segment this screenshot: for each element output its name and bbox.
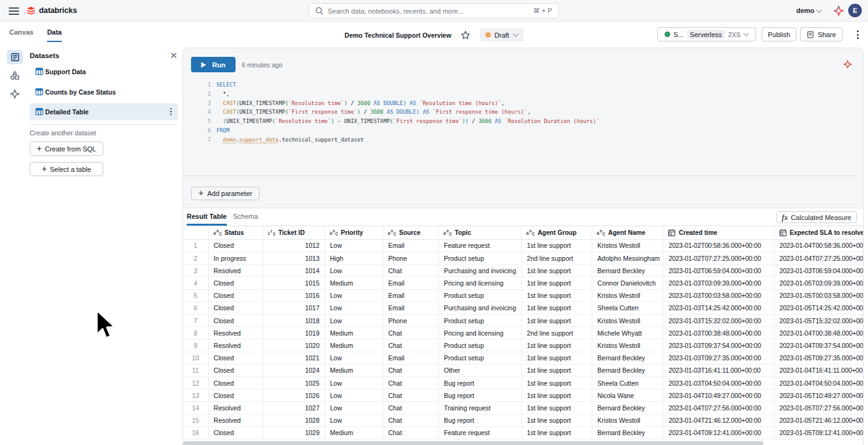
table-cell: 1029 (263, 426, 325, 439)
column-header-ticket-id[interactable]: 123Ticket ID (263, 227, 325, 239)
table-cell: Chat (383, 376, 438, 389)
column-header-agent-name[interactable]: ABCAgent Name (592, 227, 663, 239)
table-cell: Low (325, 376, 383, 389)
select-a-table-button[interactable]: + Select a table (30, 162, 103, 176)
table-row[interactable]: 3Resolved1014LowChatPurchasing and invoi… (183, 265, 863, 277)
table-row[interactable]: 5Closed1016LowEmailProduct setup1st line… (183, 289, 863, 302)
table-row[interactable]: 8Resolved1019MediumChatPricing and licen… (183, 327, 863, 339)
table-row[interactable]: 14Resolved1027LowChatTraining request1st… (183, 402, 863, 414)
table-cell: 2023-01-04T07:27:56.000+00:00 (663, 402, 774, 414)
databricks-logo[interactable]: databricks (27, 6, 77, 15)
table-cell: Chat (383, 265, 438, 277)
table-row[interactable]: 15Resolved1028LowChatBug report1st line … (183, 414, 863, 426)
table-row[interactable]: 9Resolved1020MediumChatProduct setup1st … (183, 339, 863, 352)
table-row[interactable]: 12Closed1025LowChatBug report1st line su… (183, 376, 863, 389)
table-cell: Closed (208, 277, 263, 289)
table-cell: Kristos Westoll (592, 315, 663, 327)
column-header-created-time[interactable]: Created time (663, 227, 774, 239)
table-cell: Chat (383, 426, 438, 439)
table-row[interactable]: 1Closed1012LowEmailFeature request1st li… (183, 239, 863, 252)
table-cell: 2023-01-03T00:03:58.000+00:00 (663, 289, 774, 302)
more-options-kebab[interactable] (853, 30, 862, 40)
avatar[interactable]: E (848, 4, 862, 17)
table-cell: 2023-01-03T16:41:11.000+00:00 (663, 364, 774, 376)
close-panel-icon[interactable]: ✕ (169, 51, 179, 61)
table-cell: Product setup (439, 252, 522, 265)
tab-data[interactable]: Data (47, 28, 62, 42)
favorite-star-icon[interactable] (461, 30, 470, 40)
tab-schema[interactable]: Schema (233, 213, 258, 220)
line-number: 1 (183, 80, 216, 90)
column-header-source[interactable]: ABCSource (383, 227, 438, 239)
table-cell: Bernard Beckley (592, 364, 663, 376)
global-search-input[interactable]: Search data, notebooks, recents, and mor… (308, 3, 559, 19)
table-row[interactable]: 16Closed1029MediumChatFeature request1st… (183, 426, 863, 439)
result-table[interactable]: ABCStatus123Ticket IDABCPriorityABCSourc… (183, 227, 863, 440)
table-cell: Bernard Beckley (592, 426, 663, 439)
column-header-status[interactable]: ABCStatus (208, 227, 263, 239)
hamburger-menu-icon[interactable] (9, 7, 19, 15)
table-cell: Sheela Cutten (592, 302, 663, 314)
publish-button[interactable]: Publish (762, 27, 796, 41)
create-from-sql-button[interactable]: + Create from SQL (30, 142, 103, 156)
table-cell: 2023-01-05T09:12:41.000+00:00 (774, 426, 863, 439)
svg-text:C: C (603, 232, 606, 237)
table-cell: 2023-01-03T04:50:04.000+00:00 (663, 376, 774, 389)
dataset-item-label: Support Data (45, 68, 86, 75)
string-type-icon: ABC (330, 229, 338, 237)
table-cell: Low (325, 414, 383, 426)
column-header-agent-group[interactable]: ABCAgent Group (522, 227, 592, 239)
rail-datasets-icon[interactable] (7, 50, 23, 64)
run-button[interactable]: Run (191, 57, 236, 72)
table-cell: Closed (208, 302, 263, 314)
column-header-priority[interactable]: ABCPriority (325, 227, 383, 239)
tab-result-table[interactable]: Result Table (187, 213, 227, 226)
table-cell: 2023-01-04T00:38:48.000+00:00 (774, 327, 863, 339)
dataset-item-detailed-table[interactable]: Detailed Table (30, 103, 178, 120)
row-number: 15 (183, 414, 208, 426)
horizontal-scrollbar-thumb[interactable] (183, 441, 764, 445)
column-header-topic[interactable]: ABCTopic (439, 227, 522, 239)
rail-assistant-icon[interactable] (7, 87, 23, 101)
code-line: 3 CAST(UNIX_TIMESTAMP(`Resolution time`)… (183, 99, 854, 108)
search-icon (315, 7, 323, 15)
table-cell: 1st line support (522, 277, 592, 289)
sql-code-editor[interactable]: 1SELECT2 *,3 CAST(UNIX_TIMESTAMP(`Resolu… (183, 80, 854, 144)
rail-widgets-icon[interactable] (7, 68, 23, 82)
share-button[interactable]: Share (800, 27, 843, 41)
editor-left-rail (0, 46, 30, 445)
dataset-item-counts-by-case-status[interactable]: Counts by Case Status (30, 83, 178, 100)
table-cell: Closed (208, 315, 263, 327)
workspace-menu[interactable]: demo (796, 3, 822, 18)
table-row[interactable]: 13Closed1026LowChatBug report1st line su… (183, 389, 863, 402)
table-cell: Email (383, 289, 438, 302)
add-parameter-label: Add parameter (207, 190, 252, 197)
table-cell: Nicola Wane (592, 389, 663, 402)
table-row[interactable]: 2In progress1013HighPhoneProduct setup2n… (183, 252, 863, 265)
table-row[interactable]: 4Closed1015MediumEmailPricing and licens… (183, 277, 863, 289)
tab-canvas[interactable]: Canvas (9, 28, 33, 42)
table-cell: Phone (383, 252, 438, 265)
table-row[interactable]: 11Closed1024MediumChatOther1st line supp… (183, 364, 863, 376)
dataset-item-support-data[interactable]: Support Data (30, 63, 178, 80)
editor-assistant-sparkle-icon[interactable] (843, 60, 852, 71)
calculated-measure-button[interactable]: fx Calculated Measure (777, 211, 857, 223)
table-cell: Bug report (439, 376, 522, 389)
column-header-expected-sla-to-resolve[interactable]: Expected SLA to resolve (774, 227, 863, 239)
table-row[interactable]: 6Closed1017LowEmailPurchasing and invoic… (183, 302, 863, 314)
assistant-sparkle-icon[interactable] (833, 6, 844, 19)
row-number: 1 (183, 239, 208, 252)
table-cell: 1017 (263, 302, 325, 314)
line-number: 2 (183, 90, 216, 99)
table-row[interactable]: 7Closed1018LowPhoneProduct setup1st line… (183, 315, 863, 327)
table-row[interactable]: 10Closed1021LowEmailProduct setup1st lin… (183, 352, 863, 364)
draft-status-dropdown[interactable]: Draft (480, 28, 524, 41)
last-run-time: 6 minutes ago (242, 61, 283, 69)
add-parameter-button[interactable]: + Add parameter (191, 187, 260, 200)
compute-selector[interactable]: S... Serverless 2XS (657, 27, 756, 41)
divider (183, 176, 863, 176)
results-tabs: Result Table Schema fx Calculated Measur… (183, 209, 863, 226)
table-cell: Closed (208, 389, 263, 402)
code-line: 4 CAST(UNIX_TIMESTAMP(`First response ti… (183, 108, 854, 117)
dataset-kebab-icon[interactable] (170, 108, 172, 116)
